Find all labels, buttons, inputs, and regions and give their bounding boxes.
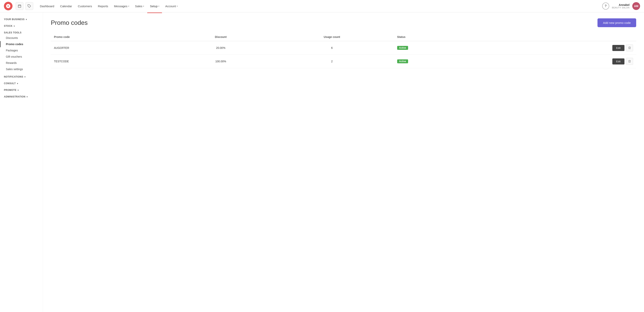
sidebar-section-stock[interactable]: STOCK ▾ bbox=[0, 23, 43, 28]
table-row: AUGOFFER 20.00% 6 Active Edit bbox=[51, 41, 636, 55]
avatar[interactable]: AM bbox=[632, 2, 640, 10]
delete-button[interactable] bbox=[626, 44, 633, 51]
status-cell: Active bbox=[394, 55, 488, 68]
main-layout: YOUR BUSINESS ▾ STOCK ▾ SALES TOOLS Disc… bbox=[0, 12, 644, 312]
sidebar-section-your-business[interactable]: YOUR BUSINESS ▾ bbox=[0, 16, 43, 21]
sidebar-item-gift-vouchers[interactable]: Gift vouchers bbox=[0, 53, 43, 60]
top-navigation: Dashboard Calendar Customers Reports Mes… bbox=[0, 0, 644, 12]
nav-reports[interactable]: Reports bbox=[95, 3, 111, 9]
promo-codes-table: Promo code Discount Usage count Status A… bbox=[51, 33, 636, 68]
edit-button[interactable]: Edit bbox=[612, 58, 624, 64]
your-business-chevron: ▾ bbox=[26, 18, 27, 20]
sidebar-section-promote[interactable]: PROMOTE ▾ bbox=[0, 87, 43, 92]
sidebar-item-packages[interactable]: Packages bbox=[0, 47, 43, 53]
promote-chevron: ▾ bbox=[18, 89, 19, 91]
usage-count-cell: 2 bbox=[270, 55, 394, 68]
sidebar-item-sales-settings[interactable]: Sales settings bbox=[0, 66, 43, 72]
nav-right: ? Annabel Beauty Salon AM bbox=[602, 2, 640, 10]
sidebar-item-promo-codes[interactable]: Promo codes bbox=[0, 41, 43, 47]
nav-setup[interactable]: Setup ▾ bbox=[147, 3, 162, 9]
content-header: Promo codes Add new promo code bbox=[51, 18, 636, 27]
app-logo[interactable] bbox=[4, 2, 12, 10]
messages-chevron: ▾ bbox=[128, 5, 129, 7]
tag-icon-button[interactable] bbox=[26, 2, 33, 10]
sidebar-section-administration[interactable]: ADMINISTRATION ▾ bbox=[0, 94, 43, 99]
nav-messages[interactable]: Messages ▾ bbox=[111, 3, 132, 9]
discount-cell: 100.00% bbox=[172, 55, 270, 68]
nav-calendar[interactable]: Calendar bbox=[57, 3, 75, 9]
content-area: Promo codes Add new promo code Promo cod… bbox=[43, 12, 644, 312]
user-subtitle: Beauty Salon bbox=[612, 6, 630, 9]
nav-links: Dashboard Calendar Customers Reports Mes… bbox=[37, 3, 601, 9]
col-promo-code: Promo code bbox=[51, 33, 172, 41]
add-promo-code-button[interactable]: Add new promo code bbox=[598, 18, 636, 27]
promo-code-cell: TESTCODE bbox=[51, 55, 172, 68]
page-title: Promo codes bbox=[51, 19, 88, 26]
account-chevron: ▾ bbox=[177, 5, 178, 7]
usage-count-cell: 6 bbox=[270, 41, 394, 55]
consult-chevron: ▾ bbox=[17, 82, 18, 85]
delete-button[interactable] bbox=[626, 58, 633, 65]
nav-sales[interactable]: Sales ▾ bbox=[132, 3, 147, 9]
calendar-icon-button[interactable] bbox=[16, 2, 24, 10]
col-status: Status bbox=[394, 33, 488, 41]
sidebar-item-rewards[interactable]: Rewards bbox=[0, 60, 43, 66]
action-cell: Edit bbox=[488, 55, 636, 68]
nav-account[interactable]: Account ▾ bbox=[162, 3, 180, 9]
svg-rect-0 bbox=[18, 5, 21, 8]
user-info: Annabel Beauty Salon bbox=[612, 3, 630, 9]
sidebar-section-notifications[interactable]: NOTIFICATIONS ▾ bbox=[0, 74, 43, 79]
col-usage-count: Usage count bbox=[270, 33, 394, 41]
help-button[interactable]: ? bbox=[602, 2, 609, 9]
administration-chevron: ▾ bbox=[26, 96, 28, 98]
user-name: Annabel bbox=[612, 3, 630, 6]
table-row: TESTCODE 100.00% 2 Active Edit bbox=[51, 55, 636, 68]
setup-chevron: ▾ bbox=[158, 5, 159, 7]
sales-chevron: ▾ bbox=[143, 5, 144, 7]
table-header-row: Promo code Discount Usage count Status bbox=[51, 33, 636, 41]
sidebar: YOUR BUSINESS ▾ STOCK ▾ SALES TOOLS Disc… bbox=[0, 12, 43, 312]
sidebar-section-consult[interactable]: CONSULT ▾ bbox=[0, 80, 43, 86]
nav-dashboard[interactable]: Dashboard bbox=[37, 3, 57, 9]
promo-code-cell: AUGOFFER bbox=[51, 41, 172, 55]
status-badge: Active bbox=[397, 59, 408, 63]
status-cell: Active bbox=[394, 41, 488, 55]
nav-customers[interactable]: Customers bbox=[75, 3, 95, 9]
col-actions bbox=[488, 33, 636, 41]
notifications-chevron: ▾ bbox=[24, 76, 26, 78]
discount-cell: 20.00% bbox=[172, 41, 270, 55]
status-badge: Active bbox=[397, 46, 408, 50]
col-discount: Discount bbox=[172, 33, 270, 41]
edit-button[interactable]: Edit bbox=[612, 45, 624, 51]
stock-chevron: ▾ bbox=[14, 25, 15, 27]
action-cell: Edit bbox=[488, 41, 636, 55]
sidebar-item-discounts[interactable]: Discounts bbox=[0, 35, 43, 41]
sidebar-section-sales-tools[interactable]: SALES TOOLS bbox=[0, 30, 43, 35]
